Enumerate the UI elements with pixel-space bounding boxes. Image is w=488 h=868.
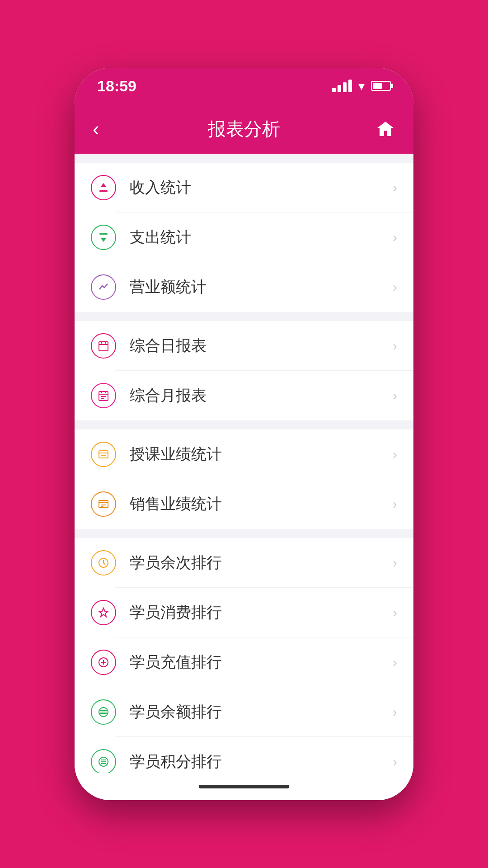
signal-icon: [332, 80, 352, 92]
student-points-label: 学员积分排行: [130, 751, 393, 772]
student-remaining-icon: [91, 550, 116, 576]
home-indicator: [75, 773, 413, 800]
page-title: 报表分析: [208, 117, 280, 142]
student-balance-item[interactable]: 学员余额排行 ›: [75, 687, 413, 737]
status-time: 18:59: [97, 77, 136, 95]
student-points-item[interactable]: 学员积分排行 ›: [75, 737, 413, 773]
section-stats: 收入统计 › 支出统计 › 营业额统计: [75, 163, 413, 312]
nav-bar: ‹ 报表分析: [75, 104, 413, 154]
student-remaining-label: 学员余次排行: [130, 552, 393, 573]
sales-performance-item[interactable]: 销售业绩统计 ›: [75, 479, 413, 529]
chevron-icon: ›: [393, 180, 397, 195]
monthly-report-item[interactable]: 综合月报表 ›: [75, 371, 413, 420]
revenue-stats-icon: [91, 274, 116, 300]
income-stats-label: 收入统计: [130, 177, 393, 198]
expense-stats-label: 支出统计: [130, 227, 393, 248]
student-consumption-icon: [91, 600, 116, 625]
chevron-icon: ›: [393, 704, 397, 720]
svg-rect-0: [99, 190, 108, 192]
student-recharge-item[interactable]: 学员充值排行 ›: [75, 637, 413, 687]
income-stats-item[interactable]: 收入统计 ›: [75, 163, 413, 212]
svg-marker-20: [99, 608, 108, 617]
chevron-icon: ›: [393, 279, 397, 295]
sales-performance-icon: [91, 491, 116, 517]
student-points-icon: [91, 749, 116, 773]
expense-stats-icon: [91, 225, 116, 250]
chevron-icon: ›: [393, 754, 397, 769]
teaching-performance-label: 授课业绩统计: [130, 444, 393, 465]
content-area: 收入统计 › 支出统计 › 营业额统计: [75, 154, 413, 773]
section-rankings: 学员余次排行 › 学员消费排行 ›: [75, 538, 413, 773]
chevron-icon: ›: [393, 655, 397, 670]
teaching-performance-icon: [91, 442, 116, 467]
monthly-report-label: 综合月报表: [130, 385, 393, 406]
chevron-icon: ›: [393, 388, 397, 403]
student-consumption-label: 学员消费排行: [130, 602, 393, 623]
home-indicator-bar: [199, 785, 289, 788]
status-icons: ▾: [332, 79, 391, 94]
revenue-stats-item[interactable]: 营业额统计 ›: [75, 262, 413, 312]
chevron-icon: ›: [393, 555, 397, 571]
teaching-performance-item[interactable]: 授课业绩统计 ›: [75, 429, 413, 479]
chevron-icon: ›: [393, 496, 397, 512]
student-balance-label: 学员余额排行: [130, 702, 393, 722]
daily-report-icon: [91, 333, 116, 359]
chevron-icon: ›: [393, 230, 397, 245]
student-recharge-label: 学员充值排行: [130, 652, 393, 673]
phone-frame: 18:59 ▾ ‹ 报表分析: [75, 68, 413, 800]
back-button[interactable]: ‹: [93, 118, 120, 140]
monthly-report-icon: [91, 383, 116, 408]
student-consumption-item[interactable]: 学员消费排行 ›: [75, 588, 413, 637]
svg-rect-12: [99, 451, 108, 458]
svg-rect-1: [99, 233, 108, 235]
battery-icon: [371, 81, 391, 91]
student-balance-icon: [91, 699, 116, 725]
chevron-icon: ›: [393, 605, 397, 620]
wifi-icon: ▾: [358, 79, 365, 94]
sales-performance-label: 销售业绩统计: [130, 494, 393, 514]
chevron-icon: ›: [393, 338, 397, 354]
student-remaining-item[interactable]: 学员余次排行 ›: [75, 538, 413, 588]
expense-stats-item[interactable]: 支出统计 ›: [75, 212, 413, 262]
income-stats-icon: [91, 175, 116, 200]
revenue-stats-label: 营业额统计: [130, 277, 393, 297]
svg-rect-2: [99, 342, 108, 351]
daily-report-label: 综合日报表: [130, 335, 393, 356]
home-button[interactable]: [368, 119, 395, 139]
daily-report-item[interactable]: 综合日报表 ›: [75, 321, 413, 371]
section-performance: 授课业绩统计 › 销售业绩统计 ›: [75, 429, 413, 529]
student-recharge-icon: [91, 650, 116, 675]
chevron-icon: ›: [393, 447, 397, 462]
status-bar: 18:59 ▾: [75, 68, 413, 104]
section-reports: 综合日报表 › 综合月报表 ›: [75, 321, 413, 420]
